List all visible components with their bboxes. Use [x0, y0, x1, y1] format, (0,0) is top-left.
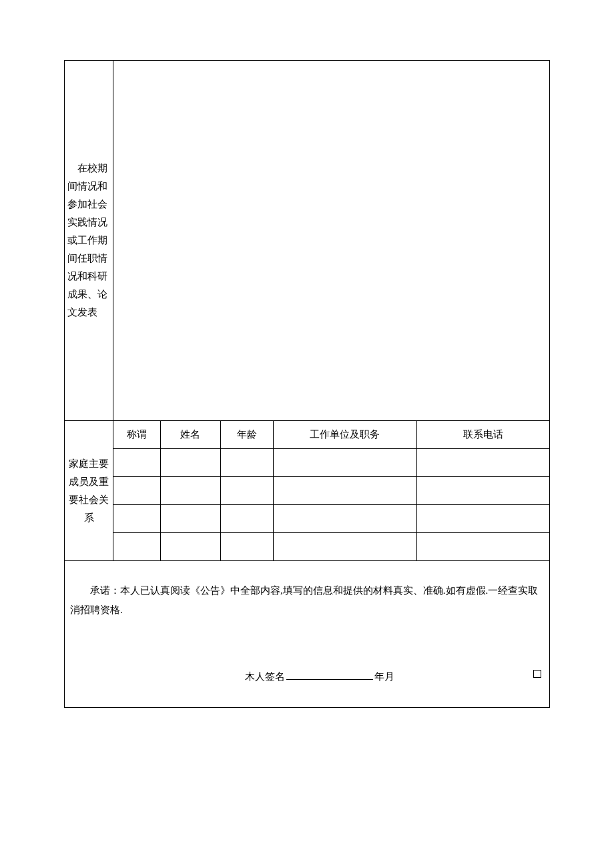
signature-label: 木人签名 — [245, 671, 285, 682]
commitment-cell: 承诺：本人已认真阅读《公告》中全部内容,填写的信息和提供的材料真实、准确.如有虚… — [65, 561, 550, 708]
signature-input[interactable] — [286, 679, 373, 680]
signature-line: 木人签名年月 — [70, 667, 544, 687]
family-label: 家庭主要成员及重要社会关系 — [69, 458, 109, 523]
date-suffix: 年月 — [374, 671, 394, 682]
experience-input-cell[interactable] — [113, 61, 550, 421]
family-cell-name[interactable] — [161, 477, 220, 505]
family-header-age: 年龄 — [220, 421, 273, 449]
experience-label: 在校期间情况和参加社会实践情况或工作期间任职情况和科研成果、论文发表 — [67, 159, 110, 322]
family-row — [65, 533, 550, 561]
family-row — [65, 449, 550, 477]
family-cell-age[interactable] — [220, 477, 273, 505]
family-cell-phone[interactable] — [416, 533, 549, 561]
family-cell-name[interactable] — [161, 449, 220, 477]
family-cell-relation[interactable] — [113, 533, 161, 561]
family-cell-phone[interactable] — [416, 505, 549, 533]
form-table: 在校期间情况和参加社会实践情况或工作期间任职情况和科研成果、论文发表 家庭主要成… — [64, 60, 550, 708]
family-cell-relation[interactable] — [113, 449, 161, 477]
family-header-phone: 联系电话 — [416, 421, 549, 449]
end-marker-icon — [533, 670, 541, 678]
family-cell-name[interactable] — [161, 533, 220, 561]
family-cell-name[interactable] — [161, 505, 220, 533]
family-header-row: 家庭主要成员及重要社会关系 称谓 姓名 年龄 工作单位及职务 联系电话 — [65, 421, 550, 449]
family-header-name: 姓名 — [161, 421, 220, 449]
family-header-relation: 称谓 — [113, 421, 161, 449]
family-cell-age[interactable] — [220, 449, 273, 477]
family-cell-workunit[interactable] — [273, 477, 416, 505]
family-cell-workunit[interactable] — [273, 505, 416, 533]
experience-label-cell: 在校期间情况和参加社会实践情况或工作期间任职情况和科研成果、论文发表 — [65, 61, 113, 421]
commitment-text: 承诺：本人已认真阅读《公告》中全部内容,填写的信息和提供的材料真实、准确.如有虚… — [70, 581, 544, 619]
page-container: 在校期间情况和参加社会实践情况或工作期间任职情况和科研成果、论文发表 家庭主要成… — [0, 0, 614, 868]
experience-row: 在校期间情况和参加社会实践情况或工作期间任职情况和科研成果、论文发表 — [65, 61, 550, 421]
family-row — [65, 505, 550, 533]
family-cell-workunit[interactable] — [273, 533, 416, 561]
family-cell-phone[interactable] — [416, 449, 549, 477]
commitment-row: 承诺：本人已认真阅读《公告》中全部内容,填写的信息和提供的材料真实、准确.如有虚… — [65, 561, 550, 708]
family-row — [65, 477, 550, 505]
family-cell-phone[interactable] — [416, 477, 549, 505]
family-cell-workunit[interactable] — [273, 449, 416, 477]
family-cell-age[interactable] — [220, 533, 273, 561]
family-header-workunit: 工作单位及职务 — [273, 421, 416, 449]
family-cell-age[interactable] — [220, 505, 273, 533]
family-cell-relation[interactable] — [113, 505, 161, 533]
family-cell-relation[interactable] — [113, 477, 161, 505]
family-label-cell: 家庭主要成员及重要社会关系 — [65, 421, 113, 561]
